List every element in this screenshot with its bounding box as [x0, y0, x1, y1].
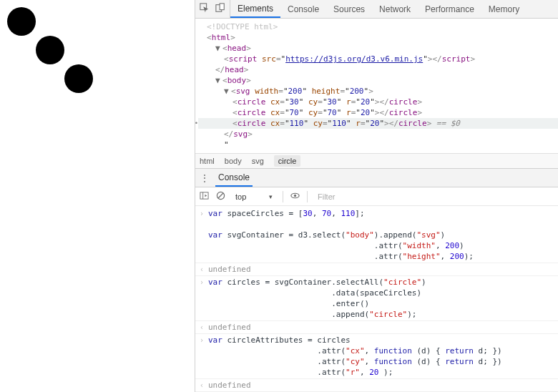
- devtools-tabs: ElementsConsoleSourcesNetworkPerformance…: [230, 0, 527, 18]
- console-output: ‹undefined: [195, 321, 558, 334]
- dom-node[interactable]: </svg>: [198, 129, 558, 139]
- breadcrumb-html[interactable]: html: [200, 157, 215, 165]
- console-log[interactable]: ›var spaceCircles = [30, 70, 110]; var s…: [195, 206, 558, 392]
- devtools-panel: ElementsConsoleSourcesNetworkPerformance…: [195, 0, 558, 392]
- rendered-circle: [36, 36, 64, 64]
- dom-node[interactable]: <script src="https://d3js.org/d3.v6.min.…: [198, 54, 558, 64]
- dom-node[interactable]: ▼<head>: [198, 43, 558, 54]
- console-input: ›var circleAttributes = circles .attr("c…: [195, 334, 558, 379]
- breadcrumb-svg[interactable]: svg: [252, 157, 264, 165]
- console-drawer-title[interactable]: Console: [215, 169, 253, 187]
- dom-node[interactable]: ": [198, 139, 558, 150]
- live-expression-icon[interactable]: [290, 191, 300, 202]
- divider: [307, 191, 308, 202]
- dom-node[interactable]: ▼<body>: [198, 75, 558, 86]
- breadcrumb-circle[interactable]: circle: [274, 155, 301, 167]
- console-input: ›var spaceCircles = [30, 70, 110]; var s…: [195, 207, 558, 263]
- console-input: ›var circles = svgContainer.selectAll("c…: [195, 276, 558, 321]
- tab-elements[interactable]: Elements: [230, 0, 280, 18]
- dom-node[interactable]: <html>: [198, 32, 558, 43]
- rendered-circle: [7, 7, 36, 36]
- breadcrumb-body[interactable]: body: [225, 157, 242, 165]
- kebab-icon[interactable]: ⋮: [200, 173, 210, 183]
- device-toggle-icon[interactable]: [215, 3, 225, 15]
- tab-console[interactable]: Console: [280, 0, 326, 18]
- tab-sources[interactable]: Sources: [326, 0, 372, 18]
- rendered-svg: [0, 0, 143, 143]
- console-output: ‹undefined: [195, 263, 558, 276]
- dom-node[interactable]: <circle cx="70" cy="70" r="20"></circle>: [198, 107, 558, 118]
- inspect-icon[interactable]: [200, 3, 210, 15]
- devtools-toolbar: ElementsConsoleSourcesNetworkPerformance…: [195, 0, 558, 19]
- console-output: ‹undefined: [195, 379, 558, 392]
- tab-network[interactable]: Network: [372, 0, 418, 18]
- divider: [283, 191, 283, 202]
- context-selector[interactable]: top: [232, 192, 275, 202]
- tab-performance[interactable]: Performance: [418, 0, 481, 18]
- console-filter-input[interactable]: [315, 191, 554, 202]
- dom-node[interactable]: <circle cx="110" cy="110" r="20"></circl…: [198, 118, 558, 129]
- rendered-page: [0, 0, 195, 392]
- svg-rect-2: [220, 4, 224, 10]
- dom-node[interactable]: ▼<svg width="200" height="200">: [198, 86, 558, 97]
- elements-tree[interactable]: <!DOCTYPE html><html>▼<head><script src=…: [195, 19, 558, 153]
- dom-node[interactable]: <circle cx="30" cy="30" r="20"></circle>: [198, 97, 558, 107]
- dom-node[interactable]: </head>: [198, 64, 558, 75]
- tab-memory[interactable]: Memory: [481, 0, 527, 18]
- console-sidebar-toggle-icon[interactable]: [200, 191, 209, 202]
- svg-point-9: [294, 194, 296, 196]
- dom-node[interactable]: <!DOCTYPE html>: [198, 21, 558, 32]
- console-drawer-header: ⋮ Console: [195, 169, 558, 187]
- console-toolbar: top: [195, 187, 558, 206]
- rendered-circle: [64, 64, 93, 93]
- svg-marker-5: [205, 194, 207, 197]
- svg-line-7: [218, 192, 223, 197]
- elements-breadcrumb: htmlbodysvgcircle: [195, 153, 558, 169]
- clear-console-icon[interactable]: [216, 191, 225, 202]
- svg-rect-3: [200, 192, 208, 198]
